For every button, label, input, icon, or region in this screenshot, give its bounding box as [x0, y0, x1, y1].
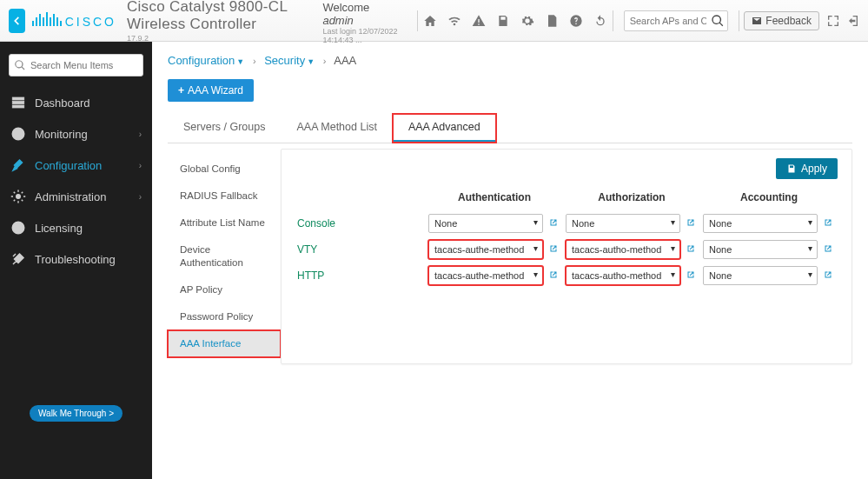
row-label-vty: VTY — [295, 243, 426, 256]
tabs: Servers / GroupsAAA Method ListAAA Advan… — [168, 114, 852, 143]
divider — [613, 10, 613, 31]
popout-icon[interactable] — [823, 269, 835, 282]
svg-rect-1 — [12, 102, 24, 104]
welcome-prefix: Welcome — [322, 1, 369, 14]
welcome-text: Welcome admin — [322, 1, 400, 27]
global-search[interactable] — [624, 10, 728, 31]
aaa-wizard-button[interactable]: +AAA Wizard — [168, 79, 254, 102]
popout-icon[interactable] — [548, 217, 560, 230]
breadcrumb: Configuration▼ › Security▼ › AAA — [168, 54, 852, 67]
sidebar-item-licensing[interactable]: Licensing — [0, 212, 152, 243]
main-content: Configuration▼ › Security▼ › AAA +AAA Wi… — [152, 42, 868, 479]
product-title: Cisco Catalyst 9800-CL Wireless Controll… — [127, 0, 322, 33]
settings-panel: Apply AuthenticationAuthorizationAccount… — [281, 149, 852, 364]
fullscreen-icon[interactable] — [826, 14, 840, 28]
help-icon[interactable] — [569, 14, 583, 28]
method-dropdown[interactable]: None — [703, 214, 818, 233]
cisco-logo-bars — [32, 12, 62, 26]
svg-point-4 — [17, 195, 21, 199]
apply-button[interactable]: Apply — [776, 158, 838, 179]
popout-icon[interactable] — [548, 243, 560, 256]
refresh-icon[interactable] — [593, 14, 607, 28]
sidebar-item-configuration[interactable]: Configuration› — [0, 150, 152, 181]
logout-icon[interactable] — [847, 14, 861, 28]
nav-icon — [10, 157, 26, 173]
svg-rect-0 — [12, 97, 24, 100]
apply-icon — [786, 163, 797, 174]
column-header: Authorization — [563, 188, 700, 210]
inner-nav-password-policy[interactable]: Password Policy — [168, 303, 281, 330]
search-icon[interactable] — [711, 14, 725, 28]
wifi-icon[interactable] — [447, 14, 461, 28]
method-dropdown[interactable]: tacacs-authe-method — [428, 266, 543, 285]
divider — [417, 10, 418, 31]
sidebar-item-dashboard[interactable]: Dashboard — [0, 87, 152, 118]
nav-label: Monitoring — [35, 128, 88, 141]
breadcrumb-security[interactable]: Security▼ — [264, 54, 315, 67]
popout-icon[interactable] — [823, 243, 835, 256]
nav-label: Troubleshooting — [35, 253, 116, 266]
welcome-block: Welcome admin Last login 12/07/2022 14:1… — [322, 0, 412, 44]
notes-icon[interactable] — [545, 14, 559, 28]
method-dropdown[interactable]: None — [566, 214, 680, 233]
save-icon[interactable] — [496, 14, 510, 28]
wizard-label: AAA Wizard — [188, 84, 243, 96]
menu-search-input[interactable] — [9, 54, 143, 77]
apply-label: Apply — [801, 163, 827, 175]
method-dropdown[interactable]: None — [703, 240, 818, 259]
sidebar-item-monitoring[interactable]: Monitoring› — [0, 118, 152, 150]
sidebar-item-administration[interactable]: Administration› — [0, 181, 152, 212]
aaa-interface-grid: AuthenticationAuthorizationAccountingCon… — [295, 188, 838, 289]
inner-nav-aaa-interface[interactable]: AAA Interface — [168, 330, 281, 357]
chevron-right-icon: › — [139, 130, 142, 139]
inner-nav-radius-fallback[interactable]: RADIUS Fallback — [168, 183, 281, 210]
sidebar: DashboardMonitoring›Configuration›Admini… — [0, 42, 152, 479]
topbar: CISCO Cisco Catalyst 9800-CL Wireless Co… — [0, 0, 868, 42]
nav-icon — [10, 95, 26, 110]
feedback-button[interactable]: Feedback — [744, 11, 819, 30]
menu-search[interactable] — [9, 54, 143, 77]
back-button[interactable] — [9, 9, 25, 33]
chevron-right-icon: › — [139, 192, 142, 202]
sidebar-item-troubleshooting[interactable]: Troubleshooting — [0, 243, 152, 275]
gear-icon[interactable] — [520, 14, 534, 28]
inner-nav-global-config[interactable]: Global Config — [168, 156, 281, 183]
tab-aaa-method-list[interactable]: AAA Method List — [281, 114, 392, 143]
column-header: Authentication — [426, 188, 563, 210]
feedback-label: Feedback — [765, 15, 812, 27]
tab-aaa-advanced[interactable]: AAA Advanced — [393, 114, 496, 143]
cisco-logo: CISCO — [32, 12, 116, 29]
popout-icon[interactable] — [686, 269, 698, 282]
popout-icon[interactable] — [686, 217, 698, 230]
method-dropdown[interactable]: tacacs-authe-method — [428, 240, 543, 259]
nav-label: Configuration — [35, 159, 102, 172]
walk-me-through-button[interactable]: Walk Me Through > — [30, 405, 123, 422]
inner-nav-attribute-list-name[interactable]: Attribute List Name — [168, 210, 281, 236]
column-header: Accounting — [700, 188, 838, 210]
svg-rect-2 — [12, 105, 24, 108]
popout-icon[interactable] — [686, 243, 698, 256]
alert-icon[interactable] — [472, 14, 486, 28]
popout-icon[interactable] — [548, 269, 560, 282]
breadcrumb-configuration[interactable]: Configuration▼ — [168, 54, 244, 67]
inner-nav-device-authentication[interactable]: Device Authentication — [168, 236, 281, 276]
method-dropdown[interactable]: tacacs-autho-method — [566, 240, 680, 259]
method-dropdown[interactable]: None — [428, 214, 543, 233]
breadcrumb-current: AAA — [334, 54, 356, 67]
home-icon[interactable] — [423, 14, 437, 28]
nav-label: Dashboard — [35, 96, 90, 110]
welcome-user: admin — [322, 14, 353, 27]
row-label-http: HTTP — [295, 269, 426, 282]
title-block: Cisco Catalyst 9800-CL Wireless Controll… — [127, 0, 322, 43]
nav-label: Licensing — [35, 222, 83, 235]
nav-icon — [10, 251, 26, 267]
toolbar — [423, 14, 607, 28]
popout-icon[interactable] — [823, 217, 835, 230]
method-dropdown[interactable]: None — [703, 266, 818, 285]
method-dropdown[interactable]: tacacs-autho-method — [566, 266, 680, 285]
tab-servers-groups[interactable]: Servers / Groups — [168, 114, 281, 143]
chevron-right-icon: › — [139, 161, 142, 170]
divider — [739, 10, 739, 31]
inner-nav-ap-policy[interactable]: AP Policy — [168, 276, 281, 303]
inner-sidebar: Global ConfigRADIUS FallbackAttribute Li… — [168, 149, 281, 364]
